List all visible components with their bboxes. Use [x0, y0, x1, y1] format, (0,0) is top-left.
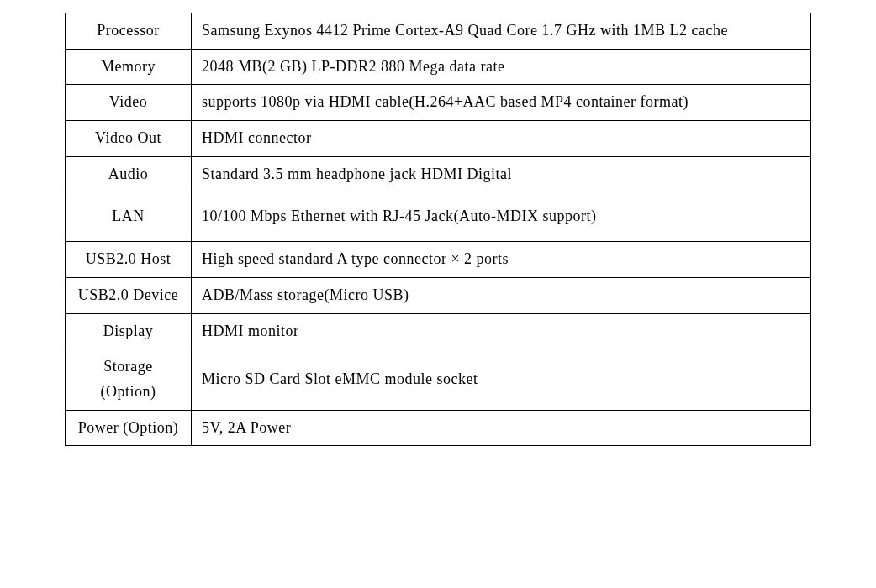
label-display: Display [66, 313, 192, 349]
value-memory: 2048 MB(2 GB) LP-DDR2 880 Mega data rate [192, 49, 811, 85]
label-storage-line1: Storage [103, 358, 152, 375]
label-audio: Audio [66, 156, 192, 192]
label-usb-device-line2: Device [133, 286, 178, 303]
value-usb-host: High speed standard A type connector × 2… [192, 242, 811, 278]
row-power: Power (Option) 5V, 2A Power [66, 410, 811, 446]
spec-table: Processor Samsung Exynos 4412 Prime Cort… [65, 13, 811, 446]
value-display: HDMI monitor [192, 313, 811, 349]
value-power: 5V, 2A Power [192, 410, 811, 446]
label-storage-line2: (Option) [101, 383, 156, 400]
value-audio-line1: Standard 3.5 mm headphone jack [202, 165, 416, 182]
label-usb-host: USB2.0 Host [66, 242, 192, 278]
label-power: Power (Option) [66, 410, 192, 446]
row-audio: Audio Standard 3.5 mm headphone jack HDM… [66, 156, 811, 192]
row-memory: Memory 2048 MB(2 GB) LP-DDR2 880 Mega da… [66, 49, 811, 85]
row-video: Video supports 1080p via HDMI cable(H.26… [66, 85, 811, 121]
label-usb-device: USB2.0 Device [66, 277, 192, 313]
label-processor: Processor [66, 13, 192, 50]
value-storage-line2: eMMC module socket [335, 370, 478, 387]
row-usb-device: USB2.0 Device ADB/Mass storage(Micro USB… [66, 277, 811, 313]
value-usb-device: ADB/Mass storage(Micro USB) [192, 277, 811, 313]
value-audio: Standard 3.5 mm headphone jack HDMI Digi… [192, 156, 811, 192]
label-usb-device-line1: USB2.0 [78, 286, 129, 303]
label-lan: LAN [66, 192, 192, 242]
label-video-out: Video Out [66, 121, 192, 157]
value-lan: 10/100 Mbps Ethernet with RJ-45 Jack(Aut… [192, 192, 811, 242]
value-video: supports 1080p via HDMI cable(H.264+AAC … [192, 85, 811, 121]
label-power-line2: (Option) [123, 419, 178, 436]
row-usb-host: USB2.0 Host High speed standard A type c… [66, 242, 811, 278]
row-storage: Storage (Option) Micro SD Card Slot eMMC… [66, 349, 811, 410]
row-lan: LAN 10/100 Mbps Ethernet with RJ-45 Jack… [66, 192, 811, 242]
label-video-out-line1: Video [95, 129, 133, 146]
row-display: Display HDMI monitor [66, 313, 811, 349]
label-video: Video [66, 85, 192, 121]
value-storage-line1: Micro SD Card Slot [202, 370, 331, 387]
value-storage: Micro SD Card Slot eMMC module socket [192, 349, 811, 410]
value-audio-line2: HDMI Digital [420, 165, 512, 182]
label-usb-host-line1: USB2.0 [86, 250, 137, 267]
label-storage: Storage (Option) [66, 349, 192, 410]
label-memory: Memory [66, 49, 192, 85]
row-processor: Processor Samsung Exynos 4412 Prime Cort… [66, 13, 811, 50]
value-video-out: HDMI connector [192, 121, 811, 157]
row-video-out: Video Out HDMI connector [66, 121, 811, 157]
label-power-line1: Power [78, 419, 119, 436]
label-usb-host-line2: Host [140, 250, 171, 267]
label-video-out-line2: Out [137, 129, 161, 146]
value-processor: Samsung Exynos 4412 Prime Cortex-A9 Quad… [192, 13, 811, 50]
